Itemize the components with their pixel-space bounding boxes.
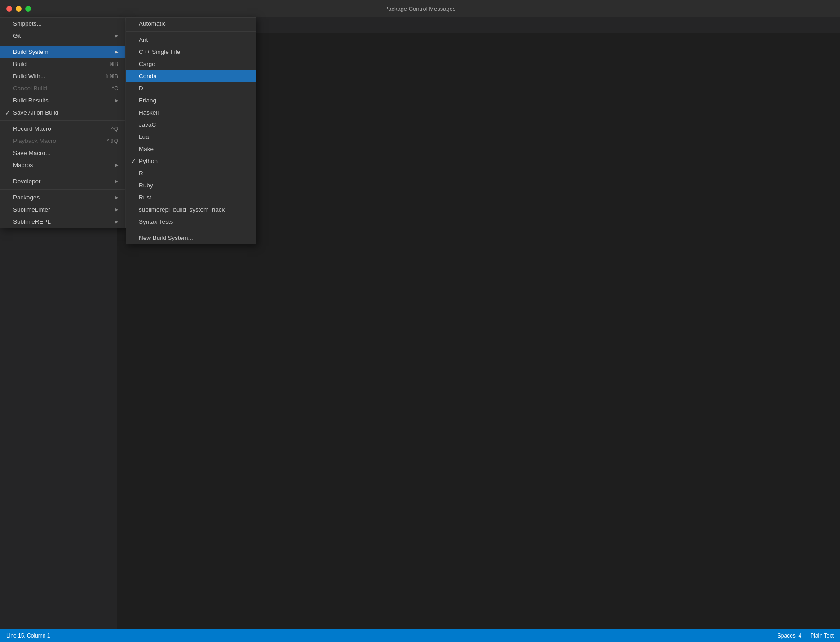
- shortcut-label: ⌘B: [109, 61, 118, 67]
- menu-label: Playback Macro: [13, 137, 98, 144]
- menu-label: Build With...: [13, 73, 96, 80]
- tab-more-button[interactable]: ⋮: [822, 19, 840, 33]
- menu-label: Erlang: [139, 97, 248, 104]
- submenu-arrow-icon: ▶: [115, 33, 118, 39]
- menu-item-sublimerepl[interactable]: SublimeREPL ▶: [0, 216, 125, 228]
- menu-item-lua[interactable]: Lua: [126, 131, 256, 143]
- minimize-button[interactable]: [16, 6, 22, 12]
- menu-label: Record Macro: [13, 125, 102, 132]
- menu-item-javac[interactable]: JavaC: [126, 119, 256, 131]
- menu-item-r[interactable]: R: [126, 167, 256, 179]
- menu-label: Rust: [139, 194, 248, 201]
- syntax-indicator[interactable]: Plain Text: [810, 633, 834, 639]
- menu-label: SublimeREPL: [13, 218, 115, 225]
- build-system-submenu[interactable]: Automatic Ant C++ Single File Cargo Cond…: [126, 17, 256, 244]
- menu-label: Cancel Build: [13, 85, 103, 92]
- menu-item-erlang[interactable]: Erlang: [126, 94, 256, 106]
- menu-label: Build System: [13, 49, 115, 55]
- menu-label: Build Results: [13, 97, 115, 104]
- submenu-arrow-icon: ▶: [115, 195, 118, 200]
- menu-item-cpp-single-file[interactable]: C++ Single File: [126, 46, 256, 58]
- shortcut-label: ^C: [112, 85, 118, 92]
- menu-item-build[interactable]: Build ⌘B: [0, 58, 125, 70]
- menu-label: Lua: [139, 133, 248, 140]
- menu-item-syntax-tests[interactable]: Syntax Tests: [126, 216, 256, 228]
- shortcut-label: ^⇧Q: [107, 138, 118, 144]
- menu-item-record-macro[interactable]: Record Macro ^Q: [0, 123, 125, 135]
- status-right: Spaces: 4 Plain Text: [778, 633, 834, 639]
- menu-item-macros[interactable]: Macros ▶: [0, 159, 125, 171]
- menu-item-conda[interactable]: Conda: [126, 70, 256, 82]
- menu-item-d[interactable]: D: [126, 82, 256, 94]
- menu-item-new-build-system[interactable]: New Build System...: [126, 232, 256, 244]
- menu-label: Haskell: [139, 109, 248, 116]
- shortcut-label: ^Q: [111, 126, 118, 132]
- menu-divider: [126, 31, 256, 32]
- menu-label: JavaC: [139, 121, 248, 128]
- status-bar: Line 15, Column 1 Spaces: 4 Plain Text: [0, 629, 840, 642]
- menu-item-developer[interactable]: Developer ▶: [0, 175, 125, 187]
- menu-item-sublimerepl-hack[interactable]: sublimerepl_build_system_hack: [126, 204, 256, 216]
- menu-label: Syntax Tests: [139, 218, 248, 225]
- menu-item-build-system[interactable]: Build System ▶: [0, 46, 125, 58]
- menu-item-sublimelinter[interactable]: SublimeLinter ▶: [0, 204, 125, 216]
- submenu-arrow-icon: ▶: [115, 49, 118, 55]
- menu-item-save-macro[interactable]: Save Macro...: [0, 147, 125, 159]
- submenu-arrow-icon: ▶: [115, 178, 118, 184]
- menu-label: R: [139, 170, 248, 177]
- tools-menu[interactable]: Snippets... Git ▶ Build System ▶ Build ⌘…: [0, 17, 126, 228]
- menu-item-save-all-on-build[interactable]: Save All on Build: [0, 106, 125, 119]
- menu-item-cancel-build: Cancel Build ^C: [0, 82, 125, 94]
- menu-item-packages[interactable]: Packages ▶: [0, 191, 125, 204]
- menu-label: Cargo: [139, 61, 248, 67]
- menu-divider: [0, 173, 125, 173]
- menu-item-snippets[interactable]: Snippets...: [0, 18, 125, 30]
- menu-divider: [126, 230, 256, 230]
- menu-label: Python: [139, 158, 248, 164]
- menu-label: Git: [13, 32, 115, 39]
- menu-item-ruby[interactable]: Ruby: [126, 179, 256, 191]
- menu-label: Build: [13, 61, 100, 67]
- submenu-arrow-icon: ▶: [115, 207, 118, 213]
- menu-label: Save All on Build: [13, 109, 118, 116]
- cursor-position: Line 15, Column 1: [6, 633, 50, 639]
- menu-label: Conda: [139, 73, 248, 80]
- menu-divider: [0, 44, 125, 44]
- menu-item-ant[interactable]: Ant: [126, 34, 256, 46]
- submenu-arrow-icon: ▶: [115, 219, 118, 225]
- menu-label: Automatic: [139, 20, 248, 27]
- menu-item-cargo[interactable]: Cargo: [126, 58, 256, 70]
- window-title: Package Control Messages: [385, 5, 456, 12]
- menu-label: Make: [139, 146, 248, 152]
- shortcut-label: ⇧⌘B: [105, 73, 118, 80]
- submenu-arrow-icon: ▶: [115, 97, 118, 103]
- menu-label: Packages: [13, 194, 115, 201]
- menu-item-playback-macro: Playback Macro ^⇧Q: [0, 135, 125, 147]
- submenu-arrow-icon: ▶: [115, 162, 118, 168]
- menu-label: C++ Single File: [139, 49, 248, 55]
- close-button[interactable]: [6, 6, 12, 12]
- menu-item-python[interactable]: Python: [126, 155, 256, 167]
- menu-label: Ruby: [139, 182, 248, 189]
- menu-label: sublimerepl_build_system_hack: [139, 206, 248, 213]
- menu-label: D: [139, 85, 248, 92]
- title-bar: Package Control Messages: [0, 0, 840, 17]
- maximize-button[interactable]: [25, 6, 31, 12]
- menu-item-rust[interactable]: Rust: [126, 191, 256, 204]
- menu-label: Snippets...: [13, 20, 118, 27]
- menu-item-build-results[interactable]: Build Results ▶: [0, 94, 125, 106]
- spaces-indicator[interactable]: Spaces: 4: [778, 633, 801, 639]
- menu-item-make[interactable]: Make: [126, 143, 256, 155]
- menu-item-build-with[interactable]: Build With... ⇧⌘B: [0, 70, 125, 82]
- menu-label: New Build System...: [139, 235, 248, 241]
- menu-divider: [0, 189, 125, 190]
- menu-label: Developer: [13, 178, 115, 185]
- menu-label: Macros: [13, 162, 115, 168]
- menu-item-git[interactable]: Git ▶: [0, 30, 125, 42]
- menu-item-haskell[interactable]: Haskell: [126, 106, 256, 119]
- menu-label: Save Macro...: [13, 150, 118, 156]
- menu-divider: [0, 120, 125, 121]
- menu-item-automatic[interactable]: Automatic: [126, 18, 256, 30]
- menu-label: Ant: [139, 36, 248, 43]
- traffic-lights: [6, 6, 31, 12]
